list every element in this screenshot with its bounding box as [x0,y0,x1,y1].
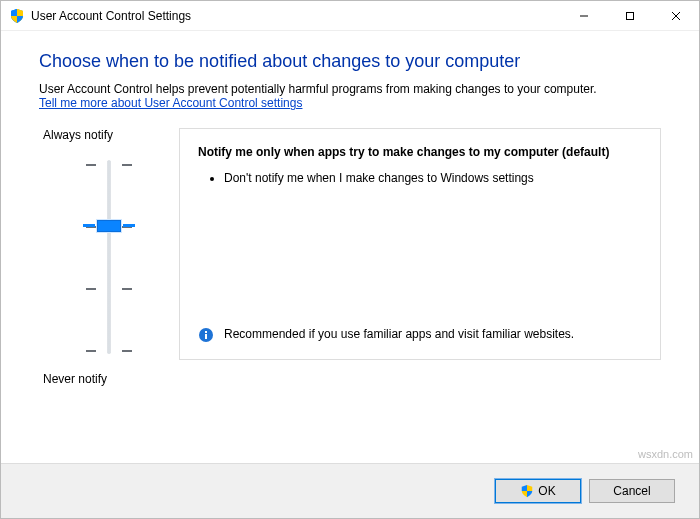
level-bullet: Don't notify me when I make changes to W… [224,169,642,187]
svg-rect-5 [205,334,207,339]
slider-area: Always notify Never notify Notify me onl… [39,128,661,386]
info-icon [198,327,214,343]
shield-icon [9,8,25,24]
window-title: User Account Control Settings [31,9,561,23]
recommendation-row: Recommended if you use familiar apps and… [198,327,642,343]
help-text: User Account Control helps prevent poten… [39,82,661,96]
slider-top-label: Always notify [43,128,179,142]
svg-rect-1 [627,12,634,19]
notification-slider[interactable]: Always notify Never notify [39,128,179,386]
ok-label: OK [538,484,555,498]
slider-bottom-label: Never notify [43,372,179,386]
ok-button[interactable]: OK [495,479,581,503]
content-area: Choose when to be notified about changes… [1,31,699,463]
shield-icon [520,484,534,498]
cancel-button[interactable]: Cancel [589,479,675,503]
maximize-button[interactable] [607,1,653,30]
close-button[interactable] [653,1,699,30]
level-bullets: Don't notify me when I make changes to W… [224,169,642,191]
svg-rect-6 [205,331,207,333]
title-bar: User Account Control Settings [1,1,699,31]
cancel-label: Cancel [613,484,650,498]
dialog-footer: OK Cancel [1,463,699,518]
recommendation-text: Recommended if you use familiar apps and… [224,327,574,341]
watermark: wsxdn.com [638,448,693,460]
slider-track[interactable] [39,152,179,362]
learn-more-link[interactable]: Tell me more about User Account Control … [39,96,661,110]
page-heading: Choose when to be notified about changes… [39,51,661,72]
level-description-panel: Notify me only when apps try to make cha… [179,128,661,360]
level-title: Notify me only when apps try to make cha… [198,145,642,159]
minimize-button[interactable] [561,1,607,30]
window-controls [561,1,699,30]
slider-thumb[interactable] [97,220,121,232]
uac-settings-window: User Account Control Settings Choose whe… [0,0,700,519]
